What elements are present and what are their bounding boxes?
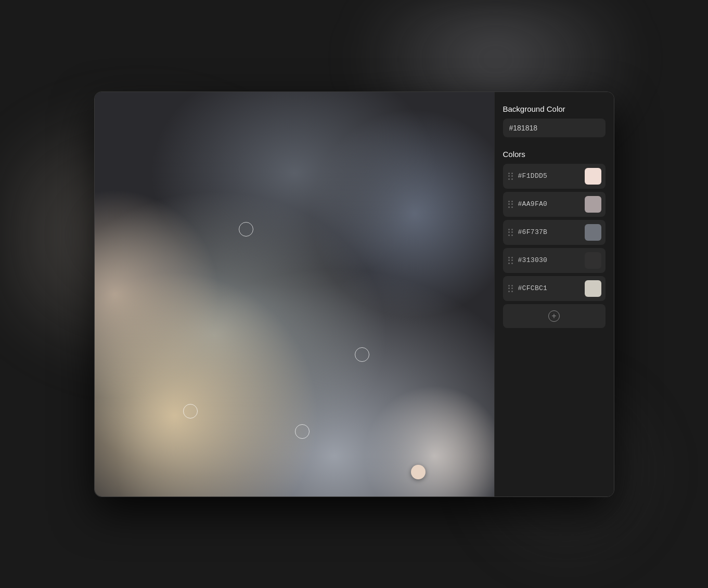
drag-dot xyxy=(508,285,510,286)
drag-dot xyxy=(511,173,513,174)
drag-dot xyxy=(508,178,510,180)
drag-dot xyxy=(508,288,510,289)
drag-handle-5[interactable] xyxy=(507,285,514,292)
drag-dot xyxy=(508,234,510,236)
canvas-area[interactable] xyxy=(95,92,494,496)
color-swatch-2[interactable] xyxy=(585,196,601,213)
drag-dot xyxy=(511,206,513,208)
drag-handle-1[interactable] xyxy=(507,173,514,180)
drag-dots-row xyxy=(508,257,513,258)
drag-dots-row xyxy=(508,206,513,208)
drag-dots-row xyxy=(508,175,513,177)
color-row-5[interactable]: #CFCBC1 xyxy=(503,276,606,301)
color-point-1[interactable] xyxy=(239,222,253,237)
color-hex-1: #F1DDD5 xyxy=(518,172,581,180)
drag-dot xyxy=(511,201,513,202)
drag-dots-row xyxy=(508,178,513,180)
drag-dots-row xyxy=(508,231,513,233)
drag-dots-row xyxy=(508,288,513,289)
drag-dots-row xyxy=(508,259,513,261)
gradient-background xyxy=(95,92,494,496)
drag-dot xyxy=(508,257,510,258)
drag-dot xyxy=(508,173,510,174)
colors-label: Colors xyxy=(503,150,606,159)
drag-dot xyxy=(508,206,510,208)
drag-dot xyxy=(511,288,513,289)
color-point-2[interactable] xyxy=(355,347,369,362)
color-row-1[interactable]: #F1DDD5 xyxy=(503,164,606,189)
background-color-section: Background Color xyxy=(503,104,606,137)
drag-dots-row xyxy=(508,201,513,202)
background-color-input[interactable] xyxy=(503,119,606,137)
color-hex-2: #AA9FA0 xyxy=(518,200,581,208)
drag-dots-row xyxy=(508,229,513,230)
drag-handle-3[interactable] xyxy=(507,229,514,236)
drag-dot xyxy=(511,263,513,264)
color-row-3[interactable]: #6F737B xyxy=(503,220,606,245)
drag-dot xyxy=(511,231,513,233)
drag-dots-row xyxy=(508,285,513,286)
drag-dot xyxy=(511,259,513,261)
right-panel: Background Color Colors xyxy=(494,92,614,496)
background-color-label: Background Color xyxy=(503,104,606,113)
color-row-2[interactable]: #AA9FA0 xyxy=(503,192,606,217)
drag-dot xyxy=(511,175,513,177)
app-window: Background Color Colors xyxy=(94,92,614,497)
drag-dot xyxy=(511,291,513,292)
color-hex-5: #CFCBC1 xyxy=(518,284,581,292)
drag-dot xyxy=(508,201,510,202)
color-swatch-3[interactable] xyxy=(585,224,601,241)
drag-dots-row xyxy=(508,263,513,264)
color-point-4[interactable] xyxy=(295,424,310,439)
drag-handle-4[interactable] xyxy=(507,257,514,264)
color-swatch-5[interactable] xyxy=(585,280,601,297)
drag-dot xyxy=(508,291,510,292)
drag-dot xyxy=(511,178,513,180)
drag-dots-row xyxy=(508,234,513,236)
drag-dot xyxy=(508,175,510,177)
drag-dots-row xyxy=(508,173,513,174)
color-swatch-1[interactable] xyxy=(585,168,601,185)
color-hex-3: #6F737B xyxy=(518,228,581,236)
drag-dot xyxy=(511,285,513,286)
colors-section: Colors #F1DDD5 xyxy=(503,150,606,328)
drag-dots-row xyxy=(508,203,513,205)
drag-dot xyxy=(508,231,510,233)
drag-dot xyxy=(508,259,510,261)
drag-handle-2[interactable] xyxy=(507,201,514,208)
color-swatch-4[interactable] xyxy=(585,252,601,269)
plus-icon: + xyxy=(548,310,560,322)
drag-dots-row xyxy=(508,291,513,292)
drag-dot xyxy=(511,234,513,236)
color-point-5[interactable] xyxy=(411,465,426,479)
drag-dot xyxy=(511,203,513,205)
drag-dot xyxy=(511,229,513,230)
add-color-button[interactable]: + xyxy=(503,304,606,328)
color-hex-4: #313030 xyxy=(518,256,581,264)
drag-dot xyxy=(508,263,510,264)
drag-dot xyxy=(508,229,510,230)
color-point-3[interactable] xyxy=(183,404,198,419)
drag-dot xyxy=(511,257,513,258)
drag-dot xyxy=(508,203,510,205)
color-row-4[interactable]: #313030 xyxy=(503,248,606,273)
